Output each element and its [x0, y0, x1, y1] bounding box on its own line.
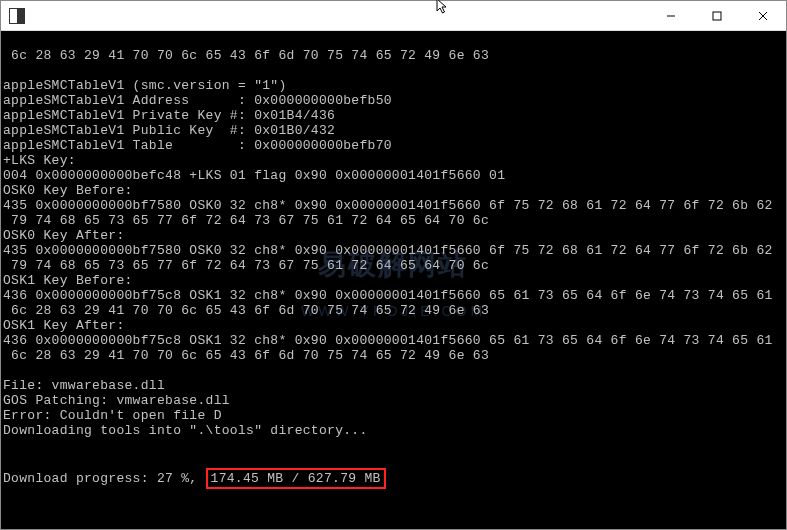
window-controls [648, 1, 786, 30]
terminal-line: 436 0x0000000000bf75c8 OSK1 32 ch8* 0x90… [3, 333, 773, 348]
minimize-button[interactable] [648, 1, 694, 30]
terminal-line: 436 0x0000000000bf75c8 OSK1 32 ch8* 0x90… [3, 288, 773, 303]
terminal-line: 004 0x0000000000befc48 +LKS 01 flag 0x90… [3, 168, 505, 183]
terminal-line: File: vmwarebase.dll [3, 378, 165, 393]
download-progress-highlight: 174.45 MB / 627.79 MB [206, 468, 386, 489]
terminal-output[interactable]: 易破解网站 WWW.YPOJIE.COM 6c 28 63 29 41 70 7… [1, 31, 786, 529]
terminal-line: 79 74 68 65 73 65 77 6f 72 64 73 67 75 6… [3, 213, 489, 228]
terminal-line: OSK0 Key After: [3, 228, 125, 243]
terminal-line: 435 0x0000000000bf7580 OSK0 32 ch8* 0x90… [3, 198, 773, 213]
maximize-button[interactable] [694, 1, 740, 30]
mouse-cursor-icon [436, 0, 450, 21]
app-icon [9, 8, 25, 24]
terminal-line: OSK0 Key Before: [3, 183, 133, 198]
close-button[interactable] [740, 1, 786, 30]
terminal-line: 6c 28 63 29 41 70 70 6c 65 43 6f 6d 70 7… [3, 303, 489, 318]
download-progress-prefix: Download progress: 27 %, [3, 471, 206, 486]
terminal-line: appleSMCTableV1 Address : 0x000000000bef… [3, 93, 392, 108]
svg-rect-1 [713, 12, 721, 20]
terminal-line: Downloading tools into ".\tools" directo… [3, 423, 368, 438]
window-titlebar [1, 1, 786, 31]
terminal-line: 6c 28 63 29 41 70 70 6c 65 43 6f 6d 70 7… [3, 48, 489, 63]
terminal-line: GOS Patching: vmwarebase.dll [3, 393, 230, 408]
terminal-line: appleSMCTableV1 Public Key #: 0x01B0/432 [3, 123, 335, 138]
terminal-line: appleSMCTableV1 Table : 0x000000000befb7… [3, 138, 392, 153]
terminal-line: appleSMCTableV1 Private Key #: 0x01B4/43… [3, 108, 335, 123]
terminal-line: appleSMCTableV1 (smc.version = "1") [3, 78, 287, 93]
terminal-line: OSK1 Key After: [3, 318, 125, 333]
terminal-line: 6c 28 63 29 41 70 70 6c 65 43 6f 6d 70 7… [3, 348, 489, 363]
terminal-line: +LKS Key: [3, 153, 76, 168]
terminal-line: 435 0x0000000000bf7580 OSK0 32 ch8* 0x90… [3, 243, 773, 258]
terminal-line: 79 74 68 65 73 65 77 6f 72 64 73 67 75 6… [3, 258, 489, 273]
terminal-line: Error: Couldn't open file D [3, 408, 222, 423]
terminal-line: OSK1 Key Before: [3, 273, 133, 288]
